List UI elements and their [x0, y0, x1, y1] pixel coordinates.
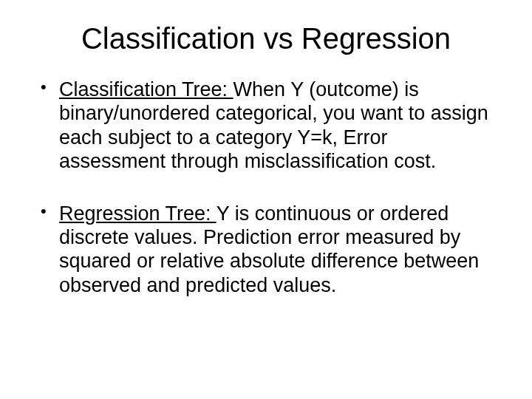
list-item: Regression Tree: Y is continuous or orde…: [37, 202, 495, 298]
bullet-label: Regression Tree:: [59, 202, 216, 225]
bullet-label: Classification Tree:: [59, 78, 233, 100]
list-item: Classification Tree: When Y (outcome) is…: [37, 78, 495, 174]
bullet-list: Classification Tree: When Y (outcome) is…: [37, 78, 495, 297]
slide-title: Classification vs Regression: [37, 22, 495, 55]
slide: Classification vs Regression Classificat…: [0, 0, 532, 399]
